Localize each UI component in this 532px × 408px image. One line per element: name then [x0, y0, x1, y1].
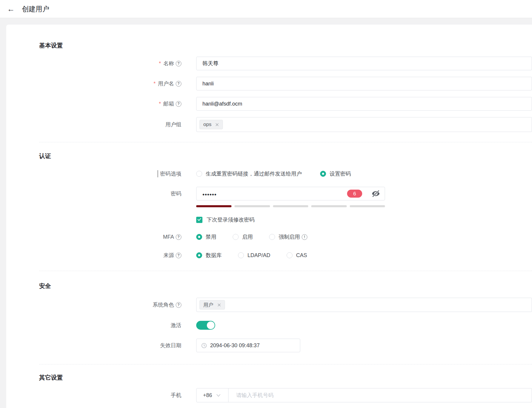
- expire-date-input[interactable]: 2094-06-30 09:48:37: [196, 339, 300, 352]
- top-header: ← 创建用户: [0, 0, 532, 18]
- radio-option-source-database[interactable]: 数据库: [196, 252, 222, 259]
- page-title: 创建用户: [22, 4, 49, 14]
- radio-option-mfa-force[interactable]: 强制启用 !: [269, 233, 307, 240]
- radio-checked-icon[interactable]: [196, 234, 202, 240]
- password-label: 密码: [39, 187, 181, 200]
- required-asterisk: *: [159, 60, 161, 67]
- change-password-label: 下次登录须修改密码: [207, 216, 255, 223]
- phone-label: 手机: [39, 388, 181, 402]
- country-code-select[interactable]: +86: [196, 388, 229, 402]
- strength-segment: [196, 205, 231, 207]
- password-count-badge: 6: [347, 190, 362, 198]
- email-input[interactable]: [196, 97, 532, 111]
- form-row-roles: 系统角色 ? 用户: [39, 298, 532, 312]
- required-asterisk: *: [159, 101, 161, 107]
- radio-option-source-ldap[interactable]: LDAP/AD: [238, 252, 270, 259]
- radio-option-set-password[interactable]: 设置密码: [320, 170, 351, 177]
- strength-segment: [234, 205, 270, 207]
- form-row-active: 激活: [39, 321, 532, 330]
- form-card: 基本设置 * 名称 ? * 用户名 ? * 邮箱 ? 用户组: [6, 25, 532, 408]
- password-option-label: 密码选项: [39, 170, 181, 177]
- strength-segment: [311, 205, 346, 207]
- warning-icon[interactable]: !: [302, 234, 307, 240]
- radio-option-reset-link[interactable]: 生成重置密码链接，通过邮件发送给用户: [196, 170, 302, 177]
- radio-unchecked-icon[interactable]: [269, 234, 275, 240]
- tag-close-icon[interactable]: [215, 122, 219, 127]
- section-title-basic: 基本设置: [39, 41, 532, 50]
- tag-close-icon[interactable]: [217, 303, 221, 307]
- help-icon[interactable]: ?: [176, 81, 181, 87]
- form-row-password-option: 密码选项 生成重置密码链接，通过邮件发送给用户 设置密码: [39, 170, 532, 177]
- section-divider: [39, 364, 532, 364]
- form-row-groups: 用户组 ops: [39, 117, 532, 132]
- form-row-phone: 手机 +86: [39, 388, 532, 402]
- radio-unchecked-icon[interactable]: [238, 252, 244, 258]
- back-arrow-icon[interactable]: ←: [7, 5, 17, 13]
- radio-checked-icon[interactable]: [320, 171, 326, 177]
- help-icon[interactable]: ?: [176, 234, 181, 240]
- form-row-name: * 名称 ?: [39, 57, 532, 70]
- groups-label: 用户组: [39, 117, 181, 132]
- section-divider: [39, 142, 532, 142]
- checkbox-checked-icon[interactable]: [196, 217, 202, 223]
- email-label: * 邮箱 ?: [39, 97, 181, 111]
- name-label: * 名称 ?: [39, 57, 181, 70]
- password-strength-meter: [196, 205, 385, 207]
- form-row-mfa: MFA ? 禁用 启用 强制启用 !: [39, 233, 532, 240]
- expire-label: 失效日期: [39, 339, 181, 352]
- help-icon[interactable]: ?: [176, 61, 181, 66]
- expire-date-value: 2094-06-30 09:48:37: [210, 342, 260, 349]
- form-row-password: 密码 6: [39, 187, 532, 200]
- name-input[interactable]: [196, 57, 532, 70]
- source-label: 来源 ?: [39, 252, 181, 259]
- radio-option-mfa-enable[interactable]: 启用: [233, 233, 253, 240]
- help-icon[interactable]: ?: [176, 101, 181, 107]
- radio-option-mfa-disable[interactable]: 禁用: [196, 233, 216, 240]
- radio-unchecked-icon[interactable]: [233, 234, 239, 240]
- help-icon[interactable]: ?: [176, 302, 181, 308]
- form-row-username: * 用户名 ?: [39, 77, 532, 90]
- clock-icon: [201, 343, 207, 348]
- form-row-email: * 邮箱 ?: [39, 97, 532, 111]
- username-label: * 用户名 ?: [39, 77, 181, 90]
- group-tag-ops: ops: [199, 120, 223, 129]
- form-row-source: 来源 ? 数据库 LDAP/AD CAS: [39, 252, 532, 259]
- active-toggle-on[interactable]: [196, 321, 215, 330]
- form-row-strength: [39, 205, 532, 207]
- radio-unchecked-icon[interactable]: [287, 252, 293, 258]
- strength-segment: [273, 205, 308, 207]
- form-row-change-password: 下次登录须修改密码: [39, 216, 532, 223]
- section-title-security: 安全: [39, 282, 532, 290]
- section-title-auth: 认证: [39, 152, 532, 160]
- section-title-other: 其它设置: [39, 373, 532, 382]
- phone-input-group: +86: [196, 388, 532, 402]
- help-icon[interactable]: ?: [176, 253, 181, 258]
- mfa-label: MFA ?: [39, 234, 181, 240]
- active-label: 激活: [39, 322, 181, 329]
- phone-number-input[interactable]: [229, 388, 532, 402]
- radio-unchecked-icon[interactable]: [196, 171, 202, 177]
- system-roles-select[interactable]: 用户: [196, 298, 532, 312]
- strength-segment: [350, 205, 385, 207]
- radio-option-source-cas[interactable]: CAS: [287, 252, 307, 259]
- radio-checked-icon[interactable]: [196, 252, 202, 258]
- toggle-knob: [207, 321, 215, 329]
- username-input[interactable]: [196, 77, 532, 90]
- roles-label: 系统角色 ?: [39, 298, 181, 312]
- chevron-down-icon: [216, 394, 221, 397]
- required-asterisk: *: [154, 81, 156, 87]
- eye-off-icon[interactable]: [371, 189, 381, 198]
- user-groups-select[interactable]: ops: [196, 117, 532, 132]
- form-row-expire: 失效日期 2094-06-30 09:48:37: [39, 339, 532, 352]
- section-divider: [39, 271, 532, 271]
- role-tag-user: 用户: [199, 300, 225, 310]
- text-cursor: [158, 170, 158, 177]
